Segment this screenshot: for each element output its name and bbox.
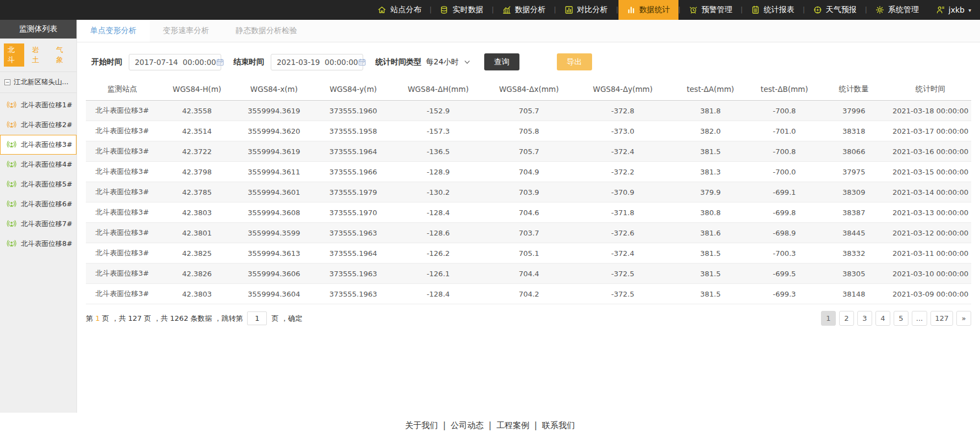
next-page-button[interactable]: » xyxy=(956,311,971,326)
page-ellipsis[interactable]: ... xyxy=(912,311,927,326)
analysis-tab[interactable]: 变形速率分析 xyxy=(150,20,222,42)
jump-page-input[interactable] xyxy=(247,311,267,325)
table-row[interactable]: 北斗表面位移3#42.37223559994.3619373555.1964-1… xyxy=(86,141,971,162)
collapse-icon[interactable]: − xyxy=(4,79,10,85)
footer-link[interactable]: 关于我们 xyxy=(405,420,438,431)
table-header-row: 监测站点WGS84-H(m)WGS84-x(m)WGS84-y(m)WGS84-… xyxy=(86,79,971,101)
pagination-text: 条数据 ，跳转第 xyxy=(188,314,243,324)
confirm-jump-button[interactable]: 确定 xyxy=(288,314,303,324)
footer-link[interactable]: 联系我们 xyxy=(542,420,575,431)
column-header: WGS84-H(m) xyxy=(158,79,236,101)
table-cell: -126.2 xyxy=(394,243,483,264)
station-item[interactable]: 北斗表面位移1# xyxy=(0,95,76,115)
page-button[interactable]: 127 xyxy=(930,311,953,326)
station-icon xyxy=(7,220,17,228)
station-item[interactable]: 北斗表面位移6# xyxy=(0,194,76,214)
start-time-input[interactable]: 2017-07-14 00:00:00 xyxy=(129,54,221,70)
query-button[interactable]: 查询 xyxy=(484,53,519,70)
station-item[interactable]: 北斗表面位移5# xyxy=(0,174,76,194)
station-label: 北斗表面位移1# xyxy=(21,101,72,110)
table-row[interactable]: 北斗表面位移3#42.38253559994.3613373555.1964-1… xyxy=(86,243,971,264)
table-cell: 373555.1964 xyxy=(313,243,394,264)
sidebar-title: 监测体列表 xyxy=(0,20,76,39)
station-label: 北斗表面位移4# xyxy=(21,160,72,169)
table-cell: 42.3798 xyxy=(158,162,236,182)
analysis-tab[interactable]: 单点变形分析 xyxy=(77,20,150,42)
table-cell: -128.4 xyxy=(394,202,483,223)
table-row[interactable]: 北斗表面位移3#42.35583559994.3619373555.1960-1… xyxy=(86,101,971,121)
table-cell: 3559994.3613 xyxy=(236,243,313,264)
page: 站点分布|实时数据|数据分析|对比分析|数据统计|预警管理|统计报表|天气预报|… xyxy=(0,0,980,438)
nav-item[interactable]: 天气预报 xyxy=(805,0,865,20)
calendar-icon[interactable] xyxy=(216,58,224,66)
user-menu[interactable]: jxkb ▾ xyxy=(936,6,971,14)
table-row[interactable]: 北斗表面位移3#42.38013559994.3599373555.1963-1… xyxy=(86,223,971,243)
table-cell: 2021-03-18 00:00:00 xyxy=(890,101,971,121)
table-row[interactable]: 北斗表面位移3#42.38033559994.3604373555.1963-1… xyxy=(86,284,971,304)
data-table: 监测站点WGS84-H(m)WGS84-x(m)WGS84-y(m)WGS84-… xyxy=(86,79,971,304)
table-row[interactable]: 北斗表面位移3#42.38033559994.3608373555.1970-1… xyxy=(86,202,971,223)
page-button[interactable]: 2 xyxy=(839,311,854,326)
nav-item[interactable]: 统计报表 xyxy=(743,0,803,20)
nav-item[interactable]: 站点分布 xyxy=(369,0,429,20)
nav-item[interactable]: 预警管理 xyxy=(681,0,741,20)
calendar-icon[interactable] xyxy=(358,58,366,66)
table-cell: 2021-03-15 00:00:00 xyxy=(890,162,971,182)
table-cell: -699.1 xyxy=(751,182,818,202)
column-header: 统计时间 xyxy=(890,79,971,101)
footer-link[interactable]: 公司动态 xyxy=(451,420,484,431)
nav-item[interactable]: 实时数据 xyxy=(431,0,491,20)
station-item[interactable]: 北斗表面位移3# xyxy=(0,135,76,155)
station-item[interactable]: 北斗表面位移7# xyxy=(0,214,76,234)
table-cell: 北斗表面位移3# xyxy=(86,202,158,223)
export-button[interactable]: 导出 xyxy=(557,53,592,70)
station-item[interactable]: 北斗表面位移2# xyxy=(0,115,76,135)
page-button[interactable]: 1 xyxy=(821,311,836,326)
sidebar-tab[interactable]: 气象 xyxy=(52,43,73,67)
column-header: WGS84-x(m) xyxy=(236,79,313,101)
station-item[interactable]: 北斗表面位移4# xyxy=(0,155,76,174)
nav-item[interactable]: 系统管理 xyxy=(867,0,927,20)
station-item[interactable]: 北斗表面位移8# xyxy=(0,234,76,254)
table-cell: 37996 xyxy=(818,101,890,121)
tree-root[interactable]: − 江北新区猪头山... xyxy=(0,72,76,93)
column-header: WGS84-y(m) xyxy=(313,79,394,101)
page-button[interactable]: 5 xyxy=(894,311,908,326)
sidebar-tab[interactable]: 北斗 xyxy=(4,43,24,67)
pagination-text: 页 ， xyxy=(271,314,288,324)
table-cell: -126.1 xyxy=(394,264,483,284)
table-cell: 北斗表面位移3# xyxy=(86,121,158,141)
table-row[interactable]: 北斗表面位移3#42.35143559994.3620373555.1958-1… xyxy=(86,121,971,141)
table-cell: 705.7 xyxy=(483,141,576,162)
table-cell: -699.8 xyxy=(751,202,818,223)
column-header: test-ΔA(mm) xyxy=(670,79,751,101)
table-cell: -699.3 xyxy=(751,284,818,304)
nav-item[interactable]: 数据分析 xyxy=(494,0,554,20)
nav-item[interactable]: 数据统计 xyxy=(618,0,678,20)
stat-interval-select[interactable]: 每24小时 xyxy=(426,57,471,67)
table-cell: 北斗表面位移3# xyxy=(86,284,158,304)
analysis-tabs: 单点变形分析变形速率分析静态数据分析检验 xyxy=(77,20,980,42)
page-button[interactable]: 4 xyxy=(875,311,890,326)
table-row[interactable]: 北斗表面位移3#42.38263559994.3606373555.1963-1… xyxy=(86,264,971,284)
table-cell: 38305 xyxy=(818,264,890,284)
table-row[interactable]: 北斗表面位移3#42.37853559994.3601373555.1979-1… xyxy=(86,182,971,202)
page-buttons: 12345...127» xyxy=(821,311,971,326)
total-pages: 127 xyxy=(128,314,142,322)
table-cell: -698.9 xyxy=(751,223,818,243)
end-time-input[interactable]: 2021-03-19 00:00:00 xyxy=(271,54,363,70)
table-cell: -700.8 xyxy=(751,101,818,121)
table-cell: 381.8 xyxy=(670,101,751,121)
table-cell: -700.3 xyxy=(751,243,818,264)
sidebar-tab[interactable]: 岩土 xyxy=(28,43,48,67)
alarm-icon xyxy=(689,6,698,14)
page-button[interactable]: 3 xyxy=(857,311,872,326)
nav-item-label: 统计报表 xyxy=(764,5,795,15)
nav-item[interactable]: 对比分析 xyxy=(556,0,616,20)
table-cell: 705.8 xyxy=(483,121,576,141)
station-label: 北斗表面位移5# xyxy=(21,180,72,189)
analysis-tab[interactable]: 静态数据分析检验 xyxy=(222,20,310,42)
footer-link[interactable]: 工程案例 xyxy=(496,420,529,431)
table-cell: -699.5 xyxy=(751,264,818,284)
table-row[interactable]: 北斗表面位移3#42.37983559994.3611373555.1966-1… xyxy=(86,162,971,182)
